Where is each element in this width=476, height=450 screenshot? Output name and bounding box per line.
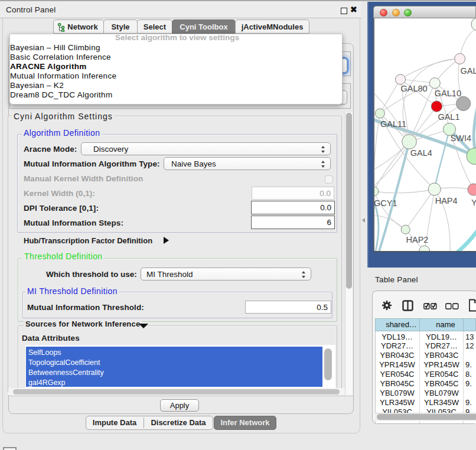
svg-text:GAL10: GAL10 [435,89,461,98]
svg-text:SWI4: SWI4 [451,133,471,143]
svg-text:GAL7: GAL7 [461,66,476,76]
svg-text:GAL80: GAL80 [401,84,428,93]
svg-text:HAP4: HAP4 [435,196,458,206]
svg-text:GCY1: GCY1 [374,198,397,208]
svg-text:GAL11: GAL11 [380,119,406,129]
svg-text:YEL0: YEL0 [471,198,476,207]
svg-text:GAL4: GAL4 [410,148,432,158]
svg-text:HAP2: HAP2 [406,235,429,244]
svg-text:GAL1: GAL1 [438,112,459,122]
